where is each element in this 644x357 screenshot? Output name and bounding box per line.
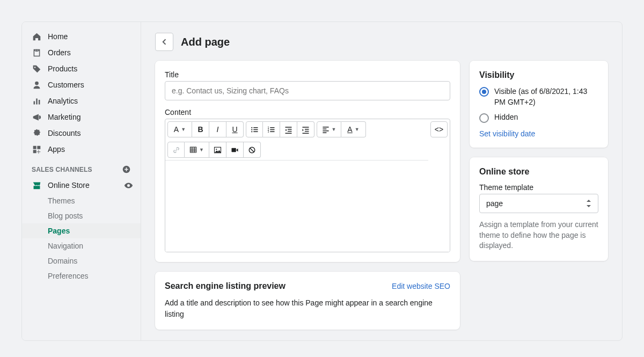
bullet-list-button[interactable] bbox=[246, 121, 263, 137]
apps-icon bbox=[32, 144, 41, 154]
bullet-list-icon bbox=[251, 126, 259, 134]
link-icon bbox=[172, 146, 180, 154]
online-store-card: Online store Theme template page Assign … bbox=[470, 157, 608, 261]
format-select[interactable]: A▼ bbox=[167, 121, 192, 137]
text-color-select[interactable]: A▼ bbox=[341, 121, 366, 137]
table-button[interactable]: ▼ bbox=[185, 142, 209, 158]
align-left-icon bbox=[322, 126, 330, 133]
home-icon bbox=[32, 32, 41, 41]
tag-icon bbox=[32, 64, 41, 74]
svg-point-8 bbox=[216, 148, 217, 149]
template-select[interactable]: page bbox=[479, 194, 598, 213]
user-icon bbox=[32, 80, 41, 90]
radio-selected-icon bbox=[479, 87, 489, 97]
nav-apps[interactable]: Apps bbox=[22, 141, 141, 157]
nav-section-channels: SALES CHANNELS bbox=[22, 157, 141, 177]
nav-label: Customers bbox=[48, 81, 84, 89]
visibility-card: Visibility Visible (as of 6/8/2021, 1:43… bbox=[470, 61, 608, 148]
nav-sub-themes[interactable]: Themes bbox=[22, 193, 141, 208]
video-button[interactable] bbox=[226, 142, 244, 158]
content-label: Content bbox=[165, 108, 450, 116]
radio-label: Hidden bbox=[494, 113, 518, 121]
analytics-icon bbox=[32, 96, 41, 106]
indent-button[interactable] bbox=[297, 121, 314, 137]
set-visibility-date-link[interactable]: Set visibility date bbox=[479, 129, 598, 138]
nav-label: Online Store bbox=[48, 181, 90, 190]
indent-icon bbox=[302, 126, 310, 134]
content-area: Add page Title Content bbox=[141, 22, 622, 340]
underline-button[interactable]: U bbox=[226, 121, 244, 137]
clear-format-button[interactable] bbox=[244, 142, 261, 158]
nav-analytics[interactable]: Analytics bbox=[22, 93, 141, 109]
select-value: page bbox=[486, 199, 503, 208]
template-help: Assign a template from your current them… bbox=[479, 220, 598, 251]
bold-button[interactable]: B bbox=[192, 121, 209, 137]
rich-text-editor: A▼ B I U 123 bbox=[165, 119, 450, 252]
visibility-radio-hidden[interactable]: Hidden bbox=[479, 113, 598, 123]
table-icon bbox=[189, 146, 197, 154]
store-icon bbox=[32, 180, 41, 190]
sidebar: Home Orders Products Customers Analytics bbox=[22, 22, 141, 340]
eye-icon[interactable] bbox=[124, 181, 133, 190]
nav-online-store[interactable]: Online Store bbox=[22, 177, 124, 193]
title-label: Title bbox=[165, 70, 450, 79]
seo-heading: Search engine listing preview bbox=[165, 281, 286, 291]
page-header: Add page bbox=[155, 33, 608, 51]
align-select[interactable]: ▼ bbox=[317, 121, 341, 137]
edit-seo-link[interactable]: Edit website SEO bbox=[392, 282, 450, 290]
image-button[interactable] bbox=[209, 142, 226, 158]
outdent-icon bbox=[284, 126, 292, 134]
chevron-down-icon: ▼ bbox=[181, 127, 186, 132]
orders-icon bbox=[32, 48, 41, 57]
clear-icon bbox=[248, 146, 256, 154]
radio-unselected-icon bbox=[479, 113, 489, 123]
title-input[interactable] bbox=[165, 81, 450, 100]
outdent-button[interactable] bbox=[280, 121, 297, 137]
editor-body[interactable] bbox=[165, 161, 450, 252]
nav-products[interactable]: Products bbox=[22, 61, 141, 77]
add-channel-icon[interactable] bbox=[122, 165, 131, 174]
video-icon bbox=[231, 146, 239, 154]
chevron-down-icon: ▼ bbox=[199, 147, 204, 152]
nav-home[interactable]: Home bbox=[22, 28, 141, 45]
nav-label: Discounts bbox=[48, 129, 80, 137]
chevron-down-icon: ▼ bbox=[355, 127, 360, 132]
numbered-list-icon: 123 bbox=[267, 126, 275, 134]
nav-sub-preferences[interactable]: Preferences bbox=[22, 268, 141, 283]
svg-point-3 bbox=[251, 131, 252, 132]
megaphone-icon bbox=[32, 112, 41, 122]
nav-sub-pages[interactable]: Pages bbox=[22, 223, 141, 238]
nav-marketing[interactable]: Marketing bbox=[22, 109, 141, 125]
nav-sub-blog[interactable]: Blog posts bbox=[22, 208, 141, 223]
seo-body: Add a title and description to see how t… bbox=[165, 297, 450, 320]
radio-label: Visible (as of 6/8/2021, 1:43 PM GMT+2) bbox=[494, 86, 598, 107]
nav-label: Products bbox=[48, 64, 77, 73]
nav-label: Orders bbox=[48, 48, 71, 57]
visibility-radio-visible[interactable]: Visible (as of 6/8/2021, 1:43 PM GMT+2) bbox=[479, 86, 598, 107]
nav-sub-navigation[interactable]: Navigation bbox=[22, 238, 141, 253]
nav-label: Home bbox=[48, 32, 68, 41]
numbered-list-button[interactable]: 123 bbox=[263, 121, 280, 137]
svg-rect-9 bbox=[232, 148, 236, 152]
nav-orders[interactable]: Orders bbox=[22, 45, 141, 61]
svg-text:3: 3 bbox=[268, 130, 269, 133]
app-frame: Home Orders Products Customers Analytics bbox=[21, 21, 623, 341]
html-view-button[interactable]: <> bbox=[430, 121, 448, 137]
visibility-heading: Visibility bbox=[479, 70, 598, 80]
back-button[interactable] bbox=[155, 33, 173, 51]
nav-label: Analytics bbox=[48, 97, 78, 105]
template-label: Theme template bbox=[479, 183, 598, 192]
seo-card: Search engine listing preview Edit websi… bbox=[155, 272, 460, 330]
link-button[interactable] bbox=[167, 142, 185, 158]
nav-label: Marketing bbox=[48, 113, 80, 121]
nav-discounts[interactable]: Discounts bbox=[22, 125, 141, 141]
chevron-down-icon: ▼ bbox=[332, 127, 336, 132]
italic-button[interactable]: I bbox=[209, 121, 226, 137]
discount-icon bbox=[32, 128, 41, 138]
image-icon bbox=[214, 146, 222, 154]
svg-point-1 bbox=[251, 127, 252, 128]
page-content-card: Title Content A▼ B bbox=[155, 61, 460, 262]
page-title: Add page bbox=[181, 36, 230, 48]
nav-sub-domains[interactable]: Domains bbox=[22, 253, 141, 268]
nav-customers[interactable]: Customers bbox=[22, 77, 141, 93]
